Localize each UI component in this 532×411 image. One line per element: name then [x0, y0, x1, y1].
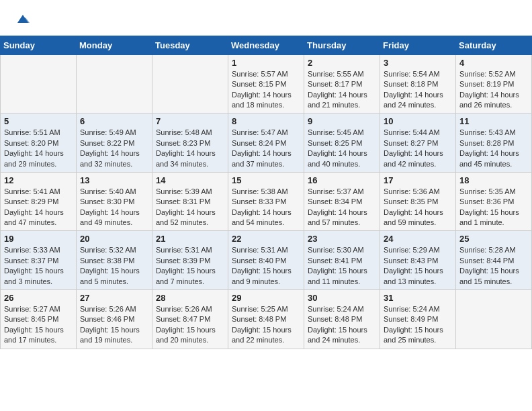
day-info: Sunrise: 5:51 AM Sunset: 8:20 PM Dayligh…	[4, 128, 73, 169]
day-number: 30	[308, 293, 376, 303]
calendar-week-row: 26Sunrise: 5:27 AM Sunset: 8:45 PM Dayli…	[1, 290, 532, 349]
day-number: 24	[384, 234, 452, 244]
day-header: Thursday	[304, 36, 380, 54]
day-info: Sunrise: 5:36 AM Sunset: 8:35 PM Dayligh…	[384, 187, 452, 228]
calendar-cell: 13Sunrise: 5:40 AM Sunset: 8:30 PM Dayli…	[77, 172, 152, 231]
day-number: 28	[156, 293, 224, 303]
day-header: Wednesday	[228, 36, 304, 54]
calendar-cell: 24Sunrise: 5:29 AM Sunset: 8:43 PM Dayli…	[380, 231, 456, 290]
calendar-cell: 3Sunrise: 5:54 AM Sunset: 8:18 PM Daylig…	[380, 54, 456, 113]
calendar-cell	[1, 54, 77, 113]
calendar-cell: 9Sunrise: 5:45 AM Sunset: 8:25 PM Daylig…	[304, 113, 380, 173]
calendar-cell: 26Sunrise: 5:27 AM Sunset: 8:45 PM Dayli…	[1, 290, 77, 349]
calendar-table: SundayMondayTuesdayWednesdayThursdayFrid…	[0, 36, 532, 349]
day-info: Sunrise: 5:30 AM Sunset: 8:41 PM Dayligh…	[308, 245, 376, 287]
day-number: 12	[4, 175, 73, 185]
day-info: Sunrise: 5:55 AM Sunset: 8:17 PM Dayligh…	[308, 69, 376, 111]
calendar-cell: 31Sunrise: 5:24 AM Sunset: 8:49 PM Dayli…	[380, 290, 456, 349]
day-number: 13	[80, 175, 148, 185]
calendar-cell: 7Sunrise: 5:48 AM Sunset: 8:23 PM Daylig…	[152, 113, 228, 173]
day-info: Sunrise: 5:37 AM Sunset: 8:34 PM Dayligh…	[308, 187, 376, 228]
calendar-cell: 19Sunrise: 5:33 AM Sunset: 8:37 PM Dayli…	[1, 231, 77, 290]
day-number: 14	[156, 175, 224, 185]
calendar-cell	[77, 54, 152, 113]
day-number: 22	[232, 234, 300, 244]
day-header: Tuesday	[152, 36, 228, 54]
day-info: Sunrise: 5:24 AM Sunset: 8:49 PM Dayligh…	[384, 304, 452, 346]
calendar-cell: 11Sunrise: 5:43 AM Sunset: 8:28 PM Dayli…	[456, 113, 532, 173]
calendar-cell: 14Sunrise: 5:39 AM Sunset: 8:31 PM Dayli…	[152, 172, 228, 231]
calendar-cell: 10Sunrise: 5:44 AM Sunset: 8:27 PM Dayli…	[380, 113, 456, 173]
calendar-cell: 15Sunrise: 5:38 AM Sunset: 8:33 PM Dayli…	[228, 172, 304, 231]
calendar-cell: 8Sunrise: 5:47 AM Sunset: 8:24 PM Daylig…	[228, 113, 304, 173]
day-info: Sunrise: 5:31 AM Sunset: 8:40 PM Dayligh…	[232, 245, 300, 287]
day-info: Sunrise: 5:27 AM Sunset: 8:45 PM Dayligh…	[4, 304, 73, 346]
logo	[13, 11, 31, 30]
day-header: Friday	[380, 36, 456, 54]
day-number: 15	[232, 175, 300, 185]
calendar-cell: 30Sunrise: 5:24 AM Sunset: 8:48 PM Dayli…	[304, 290, 380, 349]
calendar-cell: 28Sunrise: 5:26 AM Sunset: 8:47 PM Dayli…	[152, 290, 228, 349]
day-number: 25	[459, 234, 528, 244]
day-number: 18	[459, 175, 528, 185]
day-info: Sunrise: 5:33 AM Sunset: 8:37 PM Dayligh…	[4, 245, 73, 287]
calendar-cell: 1Sunrise: 5:57 AM Sunset: 8:15 PM Daylig…	[228, 54, 304, 113]
calendar-body: 1Sunrise: 5:57 AM Sunset: 8:15 PM Daylig…	[1, 54, 532, 349]
calendar-cell: 18Sunrise: 5:35 AM Sunset: 8:36 PM Dayli…	[456, 172, 532, 231]
calendar-week-row: 1Sunrise: 5:57 AM Sunset: 8:15 PM Daylig…	[1, 54, 532, 113]
calendar-cell: 5Sunrise: 5:51 AM Sunset: 8:20 PM Daylig…	[1, 113, 77, 173]
day-info: Sunrise: 5:28 AM Sunset: 8:44 PM Dayligh…	[459, 245, 528, 287]
calendar-week-row: 19Sunrise: 5:33 AM Sunset: 8:37 PM Dayli…	[1, 231, 532, 290]
calendar-cell: 2Sunrise: 5:55 AM Sunset: 8:17 PM Daylig…	[304, 54, 380, 113]
day-info: Sunrise: 5:38 AM Sunset: 8:33 PM Dayligh…	[232, 187, 300, 228]
day-info: Sunrise: 5:31 AM Sunset: 8:39 PM Dayligh…	[156, 245, 224, 287]
day-number: 5	[4, 116, 73, 126]
calendar-cell: 6Sunrise: 5:49 AM Sunset: 8:22 PM Daylig…	[77, 113, 152, 173]
day-number: 16	[308, 175, 376, 185]
day-number: 23	[308, 234, 376, 244]
page-header	[0, 0, 532, 36]
day-info: Sunrise: 5:49 AM Sunset: 8:22 PM Dayligh…	[80, 128, 148, 169]
day-number: 7	[156, 116, 224, 126]
calendar-cell: 27Sunrise: 5:26 AM Sunset: 8:46 PM Dayli…	[77, 290, 152, 349]
calendar-cell: 29Sunrise: 5:25 AM Sunset: 8:48 PM Dayli…	[228, 290, 304, 349]
day-header: Saturday	[456, 36, 532, 54]
day-info: Sunrise: 5:26 AM Sunset: 8:46 PM Dayligh…	[80, 304, 148, 346]
day-headers-row: SundayMondayTuesdayWednesdayThursdayFrid…	[1, 36, 532, 54]
logo-icon	[15, 11, 31, 27]
day-number: 6	[80, 116, 148, 126]
day-number: 3	[384, 58, 452, 68]
calendar-cell: 22Sunrise: 5:31 AM Sunset: 8:40 PM Dayli…	[228, 231, 304, 290]
day-info: Sunrise: 5:24 AM Sunset: 8:48 PM Dayligh…	[308, 304, 376, 346]
day-info: Sunrise: 5:26 AM Sunset: 8:47 PM Dayligh…	[156, 304, 224, 346]
calendar-cell	[152, 54, 228, 113]
day-number: 27	[80, 293, 148, 303]
day-info: Sunrise: 5:44 AM Sunset: 8:27 PM Dayligh…	[384, 128, 452, 169]
day-info: Sunrise: 5:43 AM Sunset: 8:28 PM Dayligh…	[459, 128, 528, 169]
day-info: Sunrise: 5:52 AM Sunset: 8:19 PM Dayligh…	[459, 69, 528, 111]
day-number: 4	[459, 58, 528, 68]
day-header: Monday	[77, 36, 152, 54]
day-info: Sunrise: 5:47 AM Sunset: 8:24 PM Dayligh…	[232, 128, 300, 169]
day-info: Sunrise: 5:29 AM Sunset: 8:43 PM Dayligh…	[384, 245, 452, 287]
calendar-week-row: 12Sunrise: 5:41 AM Sunset: 8:29 PM Dayli…	[1, 172, 532, 231]
calendar-cell: 17Sunrise: 5:36 AM Sunset: 8:35 PM Dayli…	[380, 172, 456, 231]
day-number: 8	[232, 116, 300, 126]
calendar-cell: 21Sunrise: 5:31 AM Sunset: 8:39 PM Dayli…	[152, 231, 228, 290]
day-info: Sunrise: 5:25 AM Sunset: 8:48 PM Dayligh…	[232, 304, 300, 346]
calendar-cell	[456, 290, 532, 349]
day-info: Sunrise: 5:45 AM Sunset: 8:25 PM Dayligh…	[308, 128, 376, 169]
day-number: 9	[308, 116, 376, 126]
day-info: Sunrise: 5:39 AM Sunset: 8:31 PM Dayligh…	[156, 187, 224, 228]
day-info: Sunrise: 5:54 AM Sunset: 8:18 PM Dayligh…	[384, 69, 452, 111]
day-info: Sunrise: 5:32 AM Sunset: 8:38 PM Dayligh…	[80, 245, 148, 287]
day-number: 31	[384, 293, 452, 303]
day-number: 19	[4, 234, 73, 244]
day-info: Sunrise: 5:41 AM Sunset: 8:29 PM Dayligh…	[4, 187, 73, 228]
calendar-cell: 4Sunrise: 5:52 AM Sunset: 8:19 PM Daylig…	[456, 54, 532, 113]
day-number: 21	[156, 234, 224, 244]
day-header: Sunday	[1, 36, 77, 54]
day-info: Sunrise: 5:40 AM Sunset: 8:30 PM Dayligh…	[80, 187, 148, 228]
day-info: Sunrise: 5:57 AM Sunset: 8:15 PM Dayligh…	[232, 69, 300, 111]
calendar-cell: 12Sunrise: 5:41 AM Sunset: 8:29 PM Dayli…	[1, 172, 77, 231]
